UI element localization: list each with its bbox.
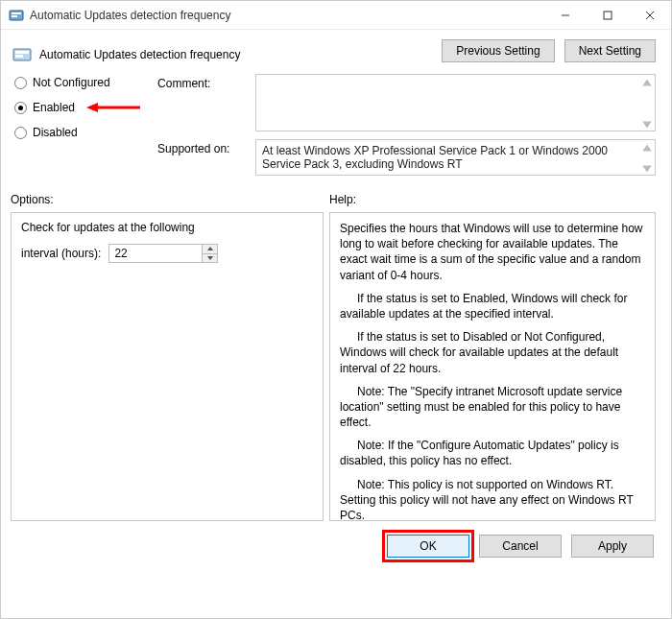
svg-rect-2 xyxy=(12,15,17,17)
svg-rect-4 xyxy=(604,12,612,19)
maximize-button[interactable] xyxy=(587,1,629,30)
header-left: Automatic Updates detection frequency xyxy=(12,39,240,64)
radio-enabled[interactable]: Enabled xyxy=(14,101,140,114)
options-line1: Check for updates at the following xyxy=(21,221,313,234)
section-labels: Options: Help: xyxy=(1,179,671,212)
interval-value[interactable]: 22 xyxy=(109,245,202,262)
supported-on-box: At least Windows XP Professional Service… xyxy=(255,139,656,176)
svg-marker-16 xyxy=(207,247,213,250)
radio-not-configured[interactable]: Not Configured xyxy=(14,76,140,89)
svg-marker-15 xyxy=(642,165,652,172)
ok-button[interactable]: OK xyxy=(387,535,469,558)
svg-marker-12 xyxy=(642,79,652,85)
policy-icon xyxy=(9,8,24,23)
supported-label: Supported on: xyxy=(157,139,250,176)
svg-rect-1 xyxy=(12,12,21,14)
help-p4: Note: The "Specify intranet Microsoft up… xyxy=(340,384,645,431)
svg-marker-11 xyxy=(86,103,98,112)
help-p3: If the status is set to Disabled or Not … xyxy=(340,329,645,376)
spinner-up-button[interactable] xyxy=(203,245,217,254)
scroll-down-icon[interactable] xyxy=(641,119,653,129)
radio-icon xyxy=(14,77,27,89)
policy-header-icon xyxy=(12,45,32,64)
help-p5: Note: If the "Configure Automatic Update… xyxy=(340,438,645,468)
titlebar: Automatic Updates detection frequency xyxy=(1,1,671,30)
scroll-up-icon[interactable] xyxy=(641,142,653,152)
options-label: Options: xyxy=(11,193,329,206)
radio-disabled[interactable]: Disabled xyxy=(14,126,140,139)
help-p2: If the status is set to Enabled, Windows… xyxy=(340,291,645,321)
scroll-down-icon[interactable] xyxy=(641,163,653,173)
spinner-arrows xyxy=(202,245,217,262)
window-controls xyxy=(544,1,671,30)
policy-name: Automatic Updates detection frequency xyxy=(39,48,240,61)
interval-spinner[interactable]: 22 xyxy=(108,244,218,263)
comment-input[interactable] xyxy=(255,74,656,131)
close-button[interactable] xyxy=(629,1,671,30)
svg-rect-8 xyxy=(15,51,29,54)
state-radios: Not Configured Enabled Disabled xyxy=(14,74,140,176)
comment-grid: Comment: Supported on: At least Windows … xyxy=(157,74,656,176)
previous-setting-button[interactable]: Previous Setting xyxy=(442,39,554,62)
options-pane: Check for updates at the following inter… xyxy=(11,212,324,521)
apply-button[interactable]: Apply xyxy=(571,535,654,558)
comment-label: Comment: xyxy=(157,74,250,131)
svg-marker-17 xyxy=(207,256,213,260)
interval-label: interval (hours): xyxy=(21,247,101,260)
nav-buttons: Previous Setting Next Setting xyxy=(442,39,660,62)
help-pane: Specifies the hours that Windows will us… xyxy=(329,212,656,521)
svg-marker-14 xyxy=(642,144,652,151)
radio-label: Disabled xyxy=(33,126,78,139)
panes: Check for updates at the following inter… xyxy=(1,212,671,521)
radio-icon xyxy=(14,102,27,114)
help-p6: Note: This policy is not supported on Wi… xyxy=(340,477,645,521)
window-title: Automatic Updates detection frequency xyxy=(30,9,544,22)
svg-marker-13 xyxy=(642,121,652,128)
annotation-arrow-icon xyxy=(86,101,140,114)
radio-icon xyxy=(14,127,27,139)
help-label: Help: xyxy=(329,193,356,206)
spinner-down-button[interactable] xyxy=(203,254,217,263)
svg-rect-9 xyxy=(15,55,23,58)
header: Automatic Updates detection frequency Pr… xyxy=(1,30,671,64)
state-block: Not Configured Enabled Disabled Comment: xyxy=(1,64,671,179)
footer-buttons: OK Cancel Apply xyxy=(1,521,671,558)
radio-label: Enabled xyxy=(33,101,75,114)
cancel-button[interactable]: Cancel xyxy=(479,535,562,558)
interval-row: interval (hours): 22 xyxy=(21,244,313,263)
help-p1: Specifies the hours that Windows will us… xyxy=(340,221,645,283)
next-setting-button[interactable]: Next Setting xyxy=(564,39,656,62)
radio-label: Not Configured xyxy=(33,76,110,89)
scroll-up-icon[interactable] xyxy=(641,77,653,86)
minimize-button[interactable] xyxy=(544,1,587,30)
supported-text: At least Windows XP Professional Service… xyxy=(262,144,608,171)
